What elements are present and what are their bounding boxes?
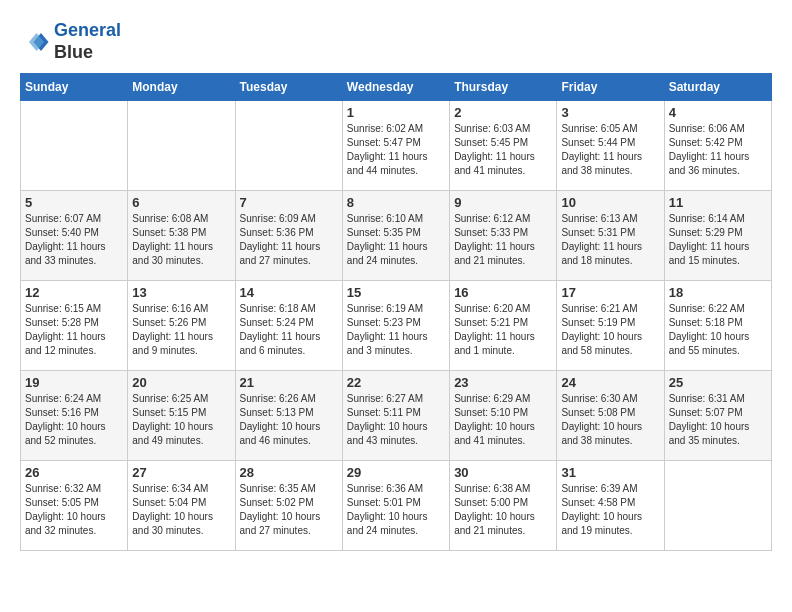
day-info: Sunrise: 6:36 AMSunset: 5:01 PMDaylight:… xyxy=(347,482,445,538)
day-number: 8 xyxy=(347,195,445,210)
day-info: Sunrise: 6:34 AMSunset: 5:04 PMDaylight:… xyxy=(132,482,230,538)
day-info: Sunrise: 6:03 AMSunset: 5:45 PMDaylight:… xyxy=(454,122,552,178)
day-info: Sunrise: 6:02 AMSunset: 5:47 PMDaylight:… xyxy=(347,122,445,178)
calendar-cell: 20 Sunrise: 6:25 AMSunset: 5:15 PMDaylig… xyxy=(128,371,235,461)
weekday-header-friday: Friday xyxy=(557,74,664,101)
day-info: Sunrise: 6:22 AMSunset: 5:18 PMDaylight:… xyxy=(669,302,767,358)
day-number: 4 xyxy=(669,105,767,120)
day-number: 6 xyxy=(132,195,230,210)
day-number: 22 xyxy=(347,375,445,390)
day-number: 12 xyxy=(25,285,123,300)
calendar-cell: 14 Sunrise: 6:18 AMSunset: 5:24 PMDaylig… xyxy=(235,281,342,371)
calendar-cell: 27 Sunrise: 6:34 AMSunset: 5:04 PMDaylig… xyxy=(128,461,235,551)
day-info: Sunrise: 6:21 AMSunset: 5:19 PMDaylight:… xyxy=(561,302,659,358)
day-info: Sunrise: 6:15 AMSunset: 5:28 PMDaylight:… xyxy=(25,302,123,358)
weekday-header-monday: Monday xyxy=(128,74,235,101)
calendar-cell: 29 Sunrise: 6:36 AMSunset: 5:01 PMDaylig… xyxy=(342,461,449,551)
day-info: Sunrise: 6:30 AMSunset: 5:08 PMDaylight:… xyxy=(561,392,659,448)
calendar-cell: 28 Sunrise: 6:35 AMSunset: 5:02 PMDaylig… xyxy=(235,461,342,551)
calendar-cell: 12 Sunrise: 6:15 AMSunset: 5:28 PMDaylig… xyxy=(21,281,128,371)
calendar-cell: 5 Sunrise: 6:07 AMSunset: 5:40 PMDayligh… xyxy=(21,191,128,281)
day-info: Sunrise: 6:35 AMSunset: 5:02 PMDaylight:… xyxy=(240,482,338,538)
weekday-header-wednesday: Wednesday xyxy=(342,74,449,101)
calendar-cell: 1 Sunrise: 6:02 AMSunset: 5:47 PMDayligh… xyxy=(342,101,449,191)
calendar-cell: 2 Sunrise: 6:03 AMSunset: 5:45 PMDayligh… xyxy=(450,101,557,191)
day-number: 9 xyxy=(454,195,552,210)
day-number: 23 xyxy=(454,375,552,390)
day-number: 18 xyxy=(669,285,767,300)
calendar-cell: 8 Sunrise: 6:10 AMSunset: 5:35 PMDayligh… xyxy=(342,191,449,281)
day-number: 19 xyxy=(25,375,123,390)
day-info: Sunrise: 6:08 AMSunset: 5:38 PMDaylight:… xyxy=(132,212,230,268)
calendar-cell: 19 Sunrise: 6:24 AMSunset: 5:16 PMDaylig… xyxy=(21,371,128,461)
calendar-cell: 21 Sunrise: 6:26 AMSunset: 5:13 PMDaylig… xyxy=(235,371,342,461)
day-info: Sunrise: 6:07 AMSunset: 5:40 PMDaylight:… xyxy=(25,212,123,268)
day-info: Sunrise: 6:18 AMSunset: 5:24 PMDaylight:… xyxy=(240,302,338,358)
calendar-week-row: 19 Sunrise: 6:24 AMSunset: 5:16 PMDaylig… xyxy=(21,371,772,461)
calendar-cell: 13 Sunrise: 6:16 AMSunset: 5:26 PMDaylig… xyxy=(128,281,235,371)
day-number: 28 xyxy=(240,465,338,480)
weekday-header-row: SundayMondayTuesdayWednesdayThursdayFrid… xyxy=(21,74,772,101)
calendar-cell: 3 Sunrise: 6:05 AMSunset: 5:44 PMDayligh… xyxy=(557,101,664,191)
day-number: 25 xyxy=(669,375,767,390)
calendar-cell: 23 Sunrise: 6:29 AMSunset: 5:10 PMDaylig… xyxy=(450,371,557,461)
day-info: Sunrise: 6:25 AMSunset: 5:15 PMDaylight:… xyxy=(132,392,230,448)
day-number: 24 xyxy=(561,375,659,390)
day-number: 7 xyxy=(240,195,338,210)
day-number: 26 xyxy=(25,465,123,480)
day-number: 30 xyxy=(454,465,552,480)
day-number: 14 xyxy=(240,285,338,300)
day-info: Sunrise: 6:16 AMSunset: 5:26 PMDaylight:… xyxy=(132,302,230,358)
calendar-cell: 30 Sunrise: 6:38 AMSunset: 5:00 PMDaylig… xyxy=(450,461,557,551)
calendar-cell: 16 Sunrise: 6:20 AMSunset: 5:21 PMDaylig… xyxy=(450,281,557,371)
day-info: Sunrise: 6:20 AMSunset: 5:21 PMDaylight:… xyxy=(454,302,552,358)
calendar-week-row: 1 Sunrise: 6:02 AMSunset: 5:47 PMDayligh… xyxy=(21,101,772,191)
weekday-header-tuesday: Tuesday xyxy=(235,74,342,101)
calendar-cell: 11 Sunrise: 6:14 AMSunset: 5:29 PMDaylig… xyxy=(664,191,771,281)
day-info: Sunrise: 6:24 AMSunset: 5:16 PMDaylight:… xyxy=(25,392,123,448)
day-number: 5 xyxy=(25,195,123,210)
day-number: 3 xyxy=(561,105,659,120)
day-number: 20 xyxy=(132,375,230,390)
logo-text: General Blue xyxy=(54,20,121,63)
day-info: Sunrise: 6:19 AMSunset: 5:23 PMDaylight:… xyxy=(347,302,445,358)
day-info: Sunrise: 6:32 AMSunset: 5:05 PMDaylight:… xyxy=(25,482,123,538)
logo: General Blue xyxy=(20,20,121,63)
calendar-cell xyxy=(235,101,342,191)
weekday-header-sunday: Sunday xyxy=(21,74,128,101)
calendar-cell xyxy=(664,461,771,551)
day-number: 27 xyxy=(132,465,230,480)
day-info: Sunrise: 6:26 AMSunset: 5:13 PMDaylight:… xyxy=(240,392,338,448)
day-info: Sunrise: 6:10 AMSunset: 5:35 PMDaylight:… xyxy=(347,212,445,268)
day-info: Sunrise: 6:38 AMSunset: 5:00 PMDaylight:… xyxy=(454,482,552,538)
day-info: Sunrise: 6:27 AMSunset: 5:11 PMDaylight:… xyxy=(347,392,445,448)
day-info: Sunrise: 6:05 AMSunset: 5:44 PMDaylight:… xyxy=(561,122,659,178)
day-number: 29 xyxy=(347,465,445,480)
day-info: Sunrise: 6:12 AMSunset: 5:33 PMDaylight:… xyxy=(454,212,552,268)
day-number: 31 xyxy=(561,465,659,480)
day-number: 17 xyxy=(561,285,659,300)
calendar-cell: 4 Sunrise: 6:06 AMSunset: 5:42 PMDayligh… xyxy=(664,101,771,191)
calendar-cell: 6 Sunrise: 6:08 AMSunset: 5:38 PMDayligh… xyxy=(128,191,235,281)
calendar-cell: 25 Sunrise: 6:31 AMSunset: 5:07 PMDaylig… xyxy=(664,371,771,461)
calendar-cell: 22 Sunrise: 6:27 AMSunset: 5:11 PMDaylig… xyxy=(342,371,449,461)
calendar-cell: 24 Sunrise: 6:30 AMSunset: 5:08 PMDaylig… xyxy=(557,371,664,461)
day-number: 21 xyxy=(240,375,338,390)
day-info: Sunrise: 6:06 AMSunset: 5:42 PMDaylight:… xyxy=(669,122,767,178)
calendar-cell: 15 Sunrise: 6:19 AMSunset: 5:23 PMDaylig… xyxy=(342,281,449,371)
day-info: Sunrise: 6:39 AMSunset: 4:58 PMDaylight:… xyxy=(561,482,659,538)
calendar-cell xyxy=(128,101,235,191)
calendar-cell: 26 Sunrise: 6:32 AMSunset: 5:05 PMDaylig… xyxy=(21,461,128,551)
day-info: Sunrise: 6:31 AMSunset: 5:07 PMDaylight:… xyxy=(669,392,767,448)
calendar-cell: 31 Sunrise: 6:39 AMSunset: 4:58 PMDaylig… xyxy=(557,461,664,551)
day-info: Sunrise: 6:09 AMSunset: 5:36 PMDaylight:… xyxy=(240,212,338,268)
day-info: Sunrise: 6:13 AMSunset: 5:31 PMDaylight:… xyxy=(561,212,659,268)
calendar-week-row: 12 Sunrise: 6:15 AMSunset: 5:28 PMDaylig… xyxy=(21,281,772,371)
day-number: 10 xyxy=(561,195,659,210)
day-number: 2 xyxy=(454,105,552,120)
calendar-cell: 7 Sunrise: 6:09 AMSunset: 5:36 PMDayligh… xyxy=(235,191,342,281)
calendar-cell: 10 Sunrise: 6:13 AMSunset: 5:31 PMDaylig… xyxy=(557,191,664,281)
calendar-cell xyxy=(21,101,128,191)
calendar-cell: 9 Sunrise: 6:12 AMSunset: 5:33 PMDayligh… xyxy=(450,191,557,281)
day-number: 11 xyxy=(669,195,767,210)
